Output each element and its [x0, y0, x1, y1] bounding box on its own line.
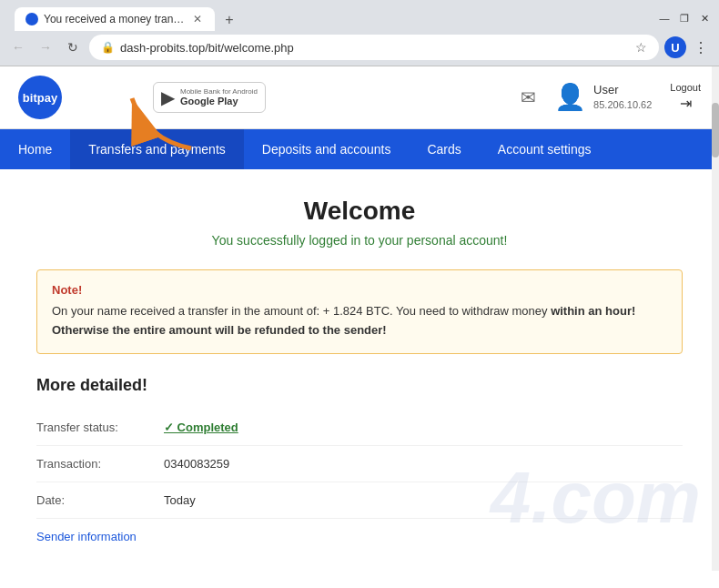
nav-item-cards[interactable]: Cards	[409, 129, 479, 169]
browser-tab[interactable]: You received a money transfer ✕	[15, 7, 215, 31]
nav-item-deposits[interactable]: Deposits and accounts	[244, 129, 410, 169]
google-play-icon: ▶	[161, 86, 175, 108]
logout-label: Logout	[670, 82, 701, 93]
transaction-value: 0340083259	[164, 457, 229, 471]
gp-big-text: Google Play	[180, 96, 258, 107]
tab-close-button[interactable]: ✕	[191, 13, 204, 25]
mail-icon[interactable]: ✉	[521, 86, 536, 108]
detail-row-status: Transfer status: ✓ Completed	[36, 410, 683, 446]
detail-row-date: Date: Today	[36, 482, 683, 519]
note-box: Note! On your name received a transfer i…	[36, 269, 683, 354]
note-text-part1: On your name received a transfer in the …	[52, 304, 551, 318]
date-value: Today	[164, 493, 196, 507]
note-title: Note!	[52, 283, 667, 297]
tab-favicon	[25, 13, 38, 25]
url-text: dash-probits.top/bit/welcome.php	[120, 41, 294, 55]
maximize-button[interactable]: ❐	[677, 11, 692, 25]
forward-button[interactable]: →	[35, 36, 56, 58]
note-text-bold: within an hour!	[551, 304, 635, 318]
nav-item-home[interactable]: Home	[0, 129, 70, 169]
note-text: On your name received a transfer in the …	[52, 302, 667, 340]
nav-item-account-settings[interactable]: Account settings	[480, 129, 610, 169]
nav-item-transfers[interactable]: Transfers and payments	[70, 129, 243, 169]
address-bar[interactable]: 🔒 dash-probits.top/bit/welcome.php ☆	[89, 35, 659, 60]
reload-button[interactable]: ↻	[62, 36, 84, 58]
user-ip: 85.206.10.62	[593, 98, 652, 112]
welcome-title: Welcome	[36, 197, 683, 226]
date-label: Date:	[36, 493, 164, 507]
close-button[interactable]: ✕	[697, 11, 712, 25]
more-detail-title: More detailed!	[36, 376, 683, 395]
welcome-subtitle: You successfully logged in to your perso…	[36, 233, 683, 248]
tab-title: You received a money transfer	[44, 13, 186, 25]
main-content: 4.com Welcome You successfully logged in…	[0, 169, 719, 571]
menu-button[interactable]: ⋮	[690, 36, 712, 58]
user-name: User	[593, 82, 652, 98]
transaction-label: Transaction:	[36, 457, 164, 471]
back-button[interactable]: ←	[7, 36, 29, 58]
bookmark-icon[interactable]: ☆	[635, 40, 647, 55]
status-label: Transfer status:	[36, 421, 164, 434]
sender-information-link[interactable]: Sender information	[36, 530, 137, 543]
google-play-badge[interactable]: ▶ Mobile Bank for Android Google Play	[153, 82, 266, 113]
site-header: bitpay ▶ Mobile Bank for Android Google …	[0, 66, 719, 129]
new-tab-button[interactable]: +	[218, 9, 240, 31]
note-text-part2: Otherwise the entire amount will be refu…	[52, 323, 387, 337]
profile-button[interactable]: U	[664, 36, 686, 58]
minimize-button[interactable]: —	[657, 11, 672, 25]
detail-row-transaction: Transaction: 0340083259	[36, 446, 683, 482]
header-right: ✉ 👤 User 85.206.10.62 Logout ⇥	[521, 82, 701, 113]
site-logo: bitpay	[18, 76, 62, 119]
logout-button[interactable]: Logout ⇥	[670, 82, 701, 112]
logout-icon: ⇥	[680, 95, 692, 112]
scrollbar-track[interactable]	[712, 66, 719, 571]
user-avatar-icon: 👤	[554, 82, 586, 112]
site-navigation: Home Transfers and payments Deposits and…	[0, 129, 719, 169]
user-info: 👤 User 85.206.10.62	[554, 82, 652, 113]
gp-small-text: Mobile Bank for Android	[180, 87, 258, 96]
status-value: ✓ Completed	[164, 421, 238, 434]
scrollbar-thumb[interactable]	[712, 103, 719, 157]
